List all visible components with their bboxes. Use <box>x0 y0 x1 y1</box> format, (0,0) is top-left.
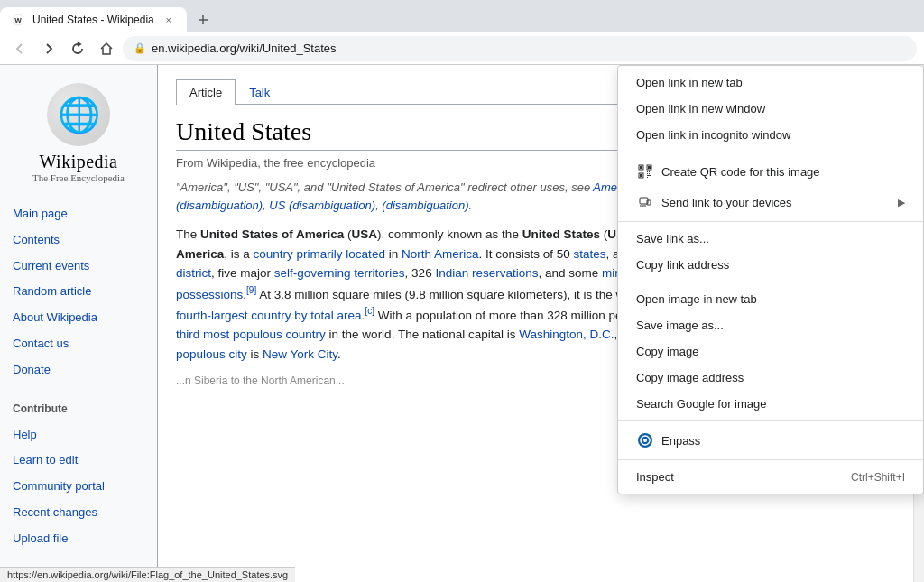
active-tab[interactable]: W United States - Wikipedia × <box>0 7 187 32</box>
url-text: en.wikipedia.org/wiki/United_States <box>152 42 337 55</box>
ctx-save-image[interactable]: Save image as... <box>618 312 923 338</box>
ctx-copy-image-address[interactable]: Copy image address <box>618 365 923 391</box>
forward-button[interactable] <box>36 36 61 61</box>
svg-rect-11 <box>649 171 650 172</box>
ctx-open-image-tab[interactable]: Open image in new tab <box>618 286 923 312</box>
sidebar-item-recent-changes[interactable]: Recent changes <box>0 500 157 526</box>
home-button[interactable] <box>94 36 119 61</box>
create-qr-label: Create QR code for this image <box>661 165 820 179</box>
sidebar-item-about[interactable]: About Wikipedia <box>0 305 157 331</box>
washington-dc-link[interactable]: Washington, D.C. <box>519 328 614 341</box>
tab-bar: W United States - Wikipedia × <box>0 0 924 32</box>
lock-icon: 🔒 <box>134 42 146 54</box>
wiki-wordmark: Wikipedia <box>40 152 118 172</box>
enpass-icon <box>636 431 654 449</box>
ctx-send-to-devices[interactable]: Send link to your devices ▶ <box>618 187 923 217</box>
svg-rect-18 <box>651 177 651 178</box>
inspect-label: Inspect <box>636 470 674 484</box>
country-primarily-link[interactable]: country primarily <box>254 247 343 261</box>
svg-point-24 <box>643 439 647 442</box>
sidebar-item-donate[interactable]: Donate <box>0 357 157 383</box>
sidebar-contribute-heading: Contribute <box>0 399 157 419</box>
svg-rect-7 <box>648 166 651 169</box>
qr-icon <box>636 162 654 180</box>
tab-favicon: W <box>11 13 25 27</box>
url-bar[interactable]: 🔒 en.wikipedia.org/wiki/United_States <box>123 36 917 61</box>
refresh-button[interactable] <box>65 36 90 61</box>
page-body: 🌐 Wikipedia The Free Encyclopedia Main p… <box>0 65 924 582</box>
tab-article[interactable]: Article <box>176 79 236 105</box>
wiki-sidebar: 🌐 Wikipedia The Free Encyclopedia Main p… <box>0 65 158 582</box>
ctx-open-new-window[interactable]: Open link in new window <box>618 96 923 122</box>
sidebar-item-contents[interactable]: Contents <box>0 227 157 254</box>
us-bold: United States <box>522 227 600 241</box>
ctx-open-incognito[interactable]: Open link in incognito window <box>618 122 923 148</box>
self-governing-link[interactable]: self-governing territories <box>274 266 405 280</box>
sidebar-nav-section: Main page Contents Current events Random… <box>0 198 157 387</box>
ctx-copy-link[interactable]: Copy link address <box>618 252 923 278</box>
sidebar-item-upload-file[interactable]: Upload file <box>0 526 157 552</box>
copy-image-address-label: Copy image address <box>636 371 744 384</box>
submenu-arrow: ▶ <box>898 197 905 208</box>
america-bold: America <box>176 247 224 261</box>
open-incognito-label: Open link in incognito window <box>636 128 790 142</box>
nyc-link[interactable]: New York City <box>263 347 337 361</box>
tab-close-button[interactable]: × <box>162 13 176 27</box>
ctx-search-google[interactable]: Search Google for image <box>618 391 923 417</box>
sidebar-item-main-page[interactable]: Main page <box>0 201 157 227</box>
svg-rect-17 <box>647 177 648 178</box>
sidebar-item-contact[interactable]: Contact us <box>0 331 157 357</box>
sidebar-item-community-portal[interactable]: Community portal <box>0 474 157 500</box>
search-google-label: Search Google for image <box>636 397 767 411</box>
ctx-copy-image[interactable]: Copy image <box>618 338 923 365</box>
ctx-save-link[interactable]: Save link as... <box>618 226 923 252</box>
ctx-open-new-tab[interactable]: Open link in new tab <box>618 69 923 96</box>
svg-rect-16 <box>647 175 651 176</box>
save-link-label: Save link as... <box>636 232 709 245</box>
ctx-create-qr[interactable]: Create QR code for this image <box>618 156 923 187</box>
indian-reservations-link[interactable]: Indian reservations <box>435 266 538 280</box>
usa-bold: United States of America <box>200 227 344 241</box>
svg-rect-15 <box>651 173 651 174</box>
browser-chrome: W United States - Wikipedia × 🔒 en.wikip… <box>0 0 924 65</box>
inspect-shortcut: Ctrl+Shift+I <box>851 471 905 484</box>
sidebar-item-current-events[interactable]: Current events <box>0 254 157 280</box>
context-menu: Open link in new tab Open link in new wi… <box>617 65 924 494</box>
states-link[interactable]: states <box>574 247 606 261</box>
open-image-tab-label: Open image in new tab <box>636 292 757 306</box>
ctx-sep-4 <box>618 420 923 421</box>
sidebar-item-learn-to-edit[interactable]: Learn to edit <box>0 448 157 474</box>
back-button[interactable] <box>7 36 32 61</box>
ctx-sep-1 <box>618 152 923 152</box>
open-new-tab-label: Open link in new tab <box>636 76 743 89</box>
new-tab-button[interactable] <box>190 7 216 32</box>
svg-rect-12 <box>651 171 651 172</box>
copy-image-label: Copy image <box>636 345 698 358</box>
sidebar-item-random-article[interactable]: Random article <box>0 279 157 305</box>
wiki-globe: 🌐 <box>47 83 110 146</box>
sidebar-item-help[interactable]: Help <box>0 422 157 448</box>
located-link[interactable]: located <box>346 247 385 261</box>
us-disambiguation-link[interactable]: US (disambiguation) <box>269 199 375 212</box>
north-america-link[interactable]: North America <box>402 247 479 261</box>
address-bar: 🔒 en.wikipedia.org/wiki/United_States <box>0 32 924 65</box>
ctx-sep-3 <box>618 282 923 282</box>
disambiguation-link[interactable]: (disambiguation) <box>382 199 468 212</box>
wiki-logo-area: 🌐 Wikipedia The Free Encyclopedia <box>0 74 157 198</box>
tab-talk[interactable]: Talk <box>236 79 283 105</box>
ctx-inspect[interactable]: Inspect Ctrl+Shift+I <box>618 464 923 490</box>
save-image-label: Save image as... <box>636 319 724 332</box>
open-new-window-label: Open link in new window <box>636 102 765 115</box>
status-bar: https://en.wikipedia.org/wiki/File:Flag_… <box>0 567 295 582</box>
ctx-sep-2 <box>618 221 923 222</box>
svg-rect-9 <box>640 174 642 177</box>
device-icon <box>636 193 654 211</box>
svg-text:W: W <box>14 16 22 24</box>
ctx-enpass[interactable]: Enpass <box>618 425 923 456</box>
tab-title: United States - Wikipedia <box>32 14 154 26</box>
svg-rect-10 <box>647 171 648 172</box>
populous-country-link[interactable]: third most populous country <box>176 328 326 341</box>
svg-rect-14 <box>649 173 650 174</box>
footnote-c: [c] <box>365 306 374 316</box>
copy-link-label: Copy link address <box>636 258 729 272</box>
